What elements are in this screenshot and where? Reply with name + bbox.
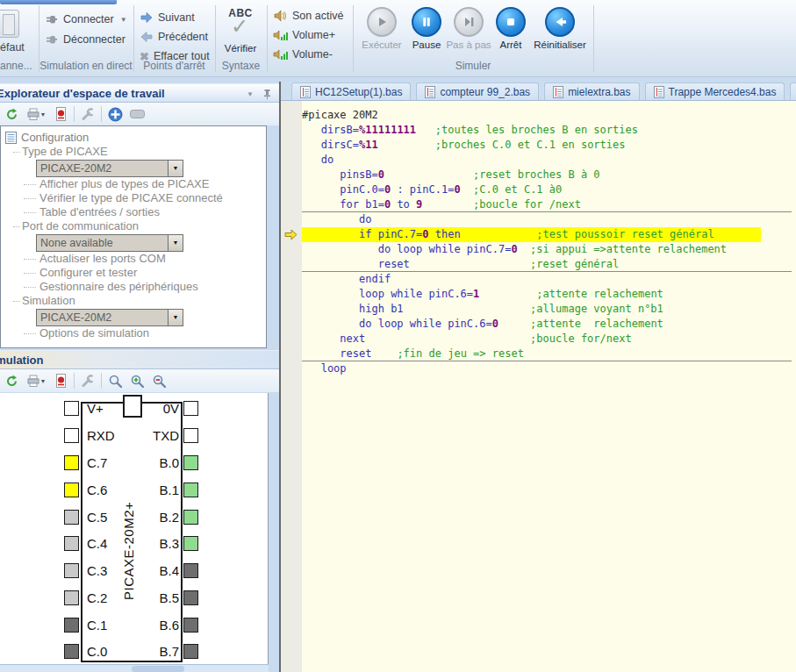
pin-B.3[interactable] (183, 536, 198, 551)
pin-B.5[interactable] (183, 590, 198, 605)
combo-dropdown-button[interactable]: ▼ (168, 161, 183, 176)
pin-C.4[interactable] (64, 536, 79, 551)
tree-item[interactable]: Gestionnaire des périphériques (1, 280, 266, 294)
next-breakpoint-button[interactable]: Suivant (140, 9, 195, 26)
combo-dropdown-button[interactable]: ▼ (168, 235, 183, 251)
code-line[interactable]: do (302, 153, 796, 168)
tree-item[interactable]: Configurer et tester (1, 266, 266, 280)
combo-box[interactable]: None available▼ (36, 234, 183, 252)
file-tab[interactable]: mazdair (790, 82, 796, 100)
tree-item[interactable]: Simulation (1, 294, 266, 308)
pin-B.7[interactable] (183, 644, 198, 659)
sound-toggle-button[interactable]: Son activé (273, 7, 343, 25)
code-line-current[interactable]: if pinC.7=0 then ;test poussoir reset gé… (302, 227, 796, 242)
zoom-in-button[interactable] (128, 372, 146, 390)
code-line[interactable]: high b1 ;allumage voyant n°b1 (302, 302, 796, 317)
pin-B.6[interactable] (183, 618, 198, 633)
code-line[interactable]: dirsB=%11111111 ;toutes les broches B en… (302, 123, 796, 138)
chevron-down-icon[interactable]: ▼ (247, 85, 254, 104)
tree-item[interactable]: Configuration (1, 131, 266, 145)
pin-0V[interactable] (183, 401, 198, 416)
pause-button[interactable]: Pause (408, 7, 445, 50)
pin-icon[interactable] (262, 89, 272, 100)
code-line[interactable]: for b1=0 to 9 ;boucle for /next (302, 197, 796, 212)
print-button[interactable]: ▼ (25, 372, 47, 390)
file-tab[interactable]: mielextra.bas (544, 82, 639, 100)
pin-C.3[interactable] (64, 563, 79, 578)
scrollbar-thumb[interactable] (132, 666, 184, 672)
code-line[interactable]: #picaxe 20M2 (302, 108, 796, 123)
code-line[interactable]: loop while pinC.6=1 ;attente relachement (302, 287, 796, 302)
code-line[interactable]: next ;boucle for/next (302, 332, 796, 347)
disconnect-button[interactable]: Déconnecter (45, 31, 125, 48)
file-tab[interactable]: Trappe Mercedes4.bas (645, 82, 785, 100)
zoom-out-button[interactable] (150, 372, 168, 390)
tree-item[interactable]: Afficher plus de types de PICAXE (1, 177, 266, 191)
pin-TXD[interactable] (183, 428, 198, 443)
pin-label: C.6 (87, 483, 107, 497)
code-line[interactable]: reset ;reset général (302, 257, 796, 272)
zoom-button[interactable] (106, 372, 124, 390)
pin-V+[interactable] (64, 401, 79, 416)
step-button[interactable]: Pas à pas (445, 7, 492, 50)
default-layout-icon[interactable] (0, 10, 19, 38)
export-pdf-button[interactable] (52, 105, 69, 123)
pin-B.1[interactable] (183, 483, 198, 497)
combo-box[interactable]: PICAXE-20M2▼ (36, 309, 183, 326)
previous-breakpoint-button[interactable]: Précédent (140, 28, 208, 46)
combo-box[interactable]: PICAXE-20M2▼ (36, 160, 183, 177)
file-tab[interactable]: compteur 99_2.bas (416, 82, 539, 100)
volume-up-button[interactable]: Volume+ (273, 26, 335, 44)
tree-item[interactable]: Actualiser les ports COM (1, 252, 266, 266)
run-button[interactable]: Exécuter (357, 7, 406, 50)
file-tab[interactable]: HC12Setup(1).bas (291, 82, 411, 100)
pin-C.1[interactable] (64, 618, 79, 633)
volume-down-button[interactable]: Volume- (273, 46, 333, 63)
default-layout-button[interactable]: éfaut (0, 41, 25, 54)
code-token (461, 183, 473, 196)
code-line[interactable]: do loop while pinC.7=0 ;si appui =>atten… (302, 242, 796, 257)
code-rule (302, 361, 792, 361)
pin-B.2[interactable] (183, 510, 198, 525)
pin-C.0[interactable] (64, 644, 79, 659)
tree-item[interactable]: Table d'entrées / sorties (1, 205, 266, 219)
pin-C.2[interactable] (64, 590, 79, 605)
refresh-button[interactable] (3, 105, 20, 123)
pin-C.5[interactable] (64, 510, 79, 525)
tree-item[interactable]: Options de simulation (1, 326, 266, 340)
pin-label: B.3 (132, 536, 179, 551)
settings-button[interactable] (79, 372, 97, 390)
code-line[interactable]: do (302, 212, 796, 227)
code-line[interactable]: reset ;fin de jeu => reset (302, 347, 796, 361)
code-editor[interactable]: #picaxe 20M2 dirsB=%11111111 ;toutes les… (281, 101, 796, 672)
export-pdf-button[interactable] (52, 372, 69, 390)
tree-item[interactable]: Port de communication (1, 219, 266, 233)
print-button[interactable]: ▼ (25, 105, 47, 123)
reset-button[interactable]: Réinitialiser (529, 7, 591, 50)
refresh-button[interactable] (3, 372, 20, 390)
code-token: ;attente relachement (530, 318, 663, 330)
code-line[interactable]: do loop while pinC.6=0 ;attente relachem… (302, 317, 796, 332)
code-line[interactable]: pinsB=0 ;reset broches B à 0 (302, 168, 796, 182)
code-line[interactable]: endif (302, 272, 796, 287)
file-tab-label: mielextra.bas (568, 86, 630, 98)
tree-item[interactable]: Type de PICAXE (1, 145, 266, 159)
pin-B.0[interactable] (183, 455, 198, 470)
pin-C.6[interactable] (64, 483, 79, 497)
pin-B.4[interactable] (183, 563, 198, 578)
code-line[interactable]: pinC.0=0 : pinC.1=0 ;C.0 et C.1 à0 (302, 182, 796, 197)
pin-C.7[interactable] (64, 455, 79, 470)
code-line[interactable]: dirsC=%11 ;broches C.0 et C.1 en sorties (302, 138, 796, 153)
combo-dropdown-button[interactable]: ▼ (168, 310, 183, 325)
stop-button[interactable]: Arrêt (492, 7, 529, 50)
code-line[interactable]: loop (302, 361, 796, 376)
tree-item[interactable]: Vérifier le type de PICAXE connecté (1, 191, 266, 205)
horizontal-scrollbar[interactable] (0, 664, 269, 672)
connect-button[interactable]: Connecter ▼ (45, 11, 127, 28)
settings-button[interactable] (79, 105, 97, 123)
verify-syntax-button[interactable]: ABC ✓ Vérifier (222, 7, 259, 54)
pin-RXD[interactable] (64, 428, 79, 443)
toolbar-separator (101, 373, 102, 389)
expand-all-button[interactable] (106, 105, 124, 123)
collapse-all-button[interactable] (128, 105, 146, 123)
